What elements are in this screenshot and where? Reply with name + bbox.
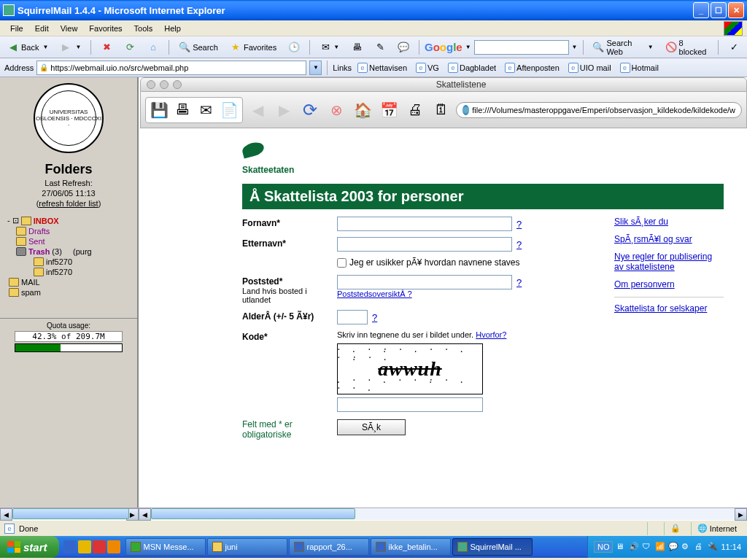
ql-firefox-icon[interactable]	[107, 540, 120, 553]
etternavn-help[interactable]: ?	[516, 239, 522, 250]
kode-input[interactable]	[337, 397, 483, 412]
stop-button[interactable]: ✖	[96, 39, 117, 55]
poststed-help[interactable]: ?	[516, 277, 522, 288]
menu-edit[interactable]: Edit	[29, 23, 55, 34]
mac-stop-button[interactable]: ⊗	[325, 99, 348, 121]
mac-save-button[interactable]: 💾	[147, 99, 171, 121]
google-searchweb-button[interactable]: 🔍Search Web▼	[588, 39, 657, 55]
sidelink-0[interactable]: Slik sÃ¸ker du	[614, 217, 724, 227]
tray-icon[interactable]: 🖨	[694, 542, 705, 552]
mac-forward-button[interactable]: ▶	[272, 99, 295, 121]
tray-icon[interactable]: 🛡	[642, 542, 652, 552]
scroll-right-icon[interactable]: ▶	[735, 508, 747, 521]
tray-icon[interactable]: 🔊	[629, 542, 639, 552]
menu-tools[interactable]: Tools	[128, 23, 159, 34]
sidelink-1[interactable]: SpÃ¸rsmÃ¥l og svar	[614, 234, 724, 244]
mac-calendar-button[interactable]: 📅	[377, 99, 400, 121]
menu-favorites[interactable]: Favorites	[83, 23, 128, 34]
etternavn-input[interactable]	[337, 237, 512, 252]
fornavn-help[interactable]: ?	[516, 219, 522, 230]
link-dagbladet[interactable]: eDagbladet	[445, 63, 499, 73]
alder-help[interactable]: ?	[372, 312, 377, 323]
tray-icon[interactable]: 🖥	[616, 542, 626, 552]
link-vg[interactable]: eVG	[413, 63, 442, 73]
minimize-button[interactable]: _	[693, 2, 709, 18]
poststed-input[interactable]	[337, 275, 512, 289]
scroll-left-icon[interactable]: ◀	[139, 508, 151, 521]
refresh-folder-link[interactable]: refresh folder list	[39, 199, 98, 208]
link-hotmail[interactable]: eHotmail	[617, 63, 662, 73]
ql-outlook-icon[interactable]	[78, 540, 91, 553]
task-msn[interactable]: MSN Messe...	[125, 538, 206, 556]
usikker-checkbox[interactable]	[337, 258, 347, 268]
forward-button[interactable]: ▶▼	[55, 39, 85, 55]
mac-window-controls[interactable]	[147, 80, 182, 89]
folder-mail[interactable]: MAIL	[3, 277, 134, 287]
mac-back-button[interactable]: ◀	[246, 99, 269, 121]
main-scrollbar[interactable]: ◀ ▶	[139, 508, 747, 520]
maximize-button[interactable]: ☐	[711, 2, 727, 18]
sidelink-3[interactable]: Om personvern	[614, 279, 724, 289]
home-button[interactable]: ⌂	[143, 39, 163, 55]
task-juni[interactable]: juni	[207, 538, 287, 556]
link-uiomail[interactable]: eUIO mail	[565, 63, 614, 73]
sidelink-4[interactable]: Skattelista for selskaper	[614, 303, 724, 314]
search-button[interactable]: 🔍Search	[174, 39, 222, 55]
mac-home-button[interactable]: 🏠	[351, 99, 374, 121]
edit-button[interactable]: ✎	[370, 39, 390, 55]
ql-ie-icon[interactable]	[63, 540, 77, 553]
mac-close-icon[interactable]	[147, 80, 155, 89]
start-button[interactable]: start	[0, 536, 59, 558]
submit-button[interactable]: SÃ¸k	[337, 419, 406, 435]
mac-cal2-button[interactable]: 🗓	[430, 99, 453, 121]
tray-icon[interactable]: 📶	[655, 542, 665, 552]
favorites-button[interactable]: ★Favorites	[225, 39, 281, 55]
mac-max-icon[interactable]	[173, 80, 182, 89]
clock[interactable]: 11:14	[721, 542, 741, 551]
fornavn-input[interactable]	[337, 217, 512, 231]
mac-print-button[interactable]: 🖶	[171, 99, 194, 121]
discuss-button[interactable]: 💬	[393, 39, 414, 55]
task-ikke[interactable]: ikke_betalin...	[371, 538, 451, 556]
mac-min-icon[interactable]	[160, 80, 169, 89]
folder-sent[interactable]: Sent	[3, 236, 134, 246]
sidebar-scrollbar[interactable]: ◀ ▶	[0, 508, 139, 520]
link-nettavisen[interactable]: eNettavisen	[355, 63, 410, 73]
windows-flag-icon[interactable]	[724, 21, 743, 36]
mail-button[interactable]: ✉▼	[315, 39, 344, 55]
alder-input[interactable]	[337, 310, 368, 324]
scroll-thumb[interactable]	[151, 508, 355, 519]
print-button[interactable]: 🖶	[347, 39, 367, 55]
google-search-input[interactable]	[474, 40, 569, 55]
ql-opera-icon[interactable]	[93, 540, 106, 553]
folder-drafts[interactable]: Drafts	[3, 226, 134, 236]
refresh-button[interactable]: ⟳	[120, 39, 140, 55]
language-indicator[interactable]: NO	[594, 541, 614, 553]
folder-spam[interactable]: spam	[3, 287, 134, 298]
folder-inf5270-2[interactable]: inf5270	[3, 267, 134, 277]
hvorfor-link[interactable]: Hvorfor?	[476, 330, 506, 339]
sidelink-2[interactable]: Nye regler for publisering av skattelist…	[614, 252, 724, 272]
address-input[interactable]	[50, 63, 303, 72]
mac-reload-button[interactable]: ⟳	[298, 99, 322, 121]
google-blocked-button[interactable]: 🚫8 blocked	[661, 39, 713, 55]
menu-view[interactable]: View	[55, 23, 84, 34]
scroll-thumb[interactable]	[12, 508, 129, 519]
history-button[interactable]: 🕒	[284, 39, 304, 55]
google-options-button[interactable]: ✓	[724, 39, 744, 55]
menu-help[interactable]: Help	[158, 23, 187, 34]
tray-icon[interactable]: 💬	[668, 542, 678, 552]
task-squirrel[interactable]: SquirrelMail ...	[452, 538, 533, 556]
mac-mail-button[interactable]: ✉	[194, 99, 217, 121]
mac-doc-button[interactable]: 📄	[217, 99, 241, 121]
mac-address-bar[interactable]: file:///Volumes/masteroppgave/Emperi/obs…	[456, 102, 742, 118]
address-dropdown[interactable]: ▼	[309, 61, 322, 75]
tray-icon[interactable]: 🔌	[708, 542, 718, 552]
mac-printer-button[interactable]: 🖨	[403, 99, 427, 121]
folder-trash[interactable]: Trash (3) (purg	[3, 246, 134, 257]
task-rapport[interactable]: rapport_26...	[289, 538, 369, 556]
folder-inf5270-1[interactable]: inf5270	[3, 257, 134, 267]
poststed-link[interactable]: PoststedsoversiktÂ ?	[337, 289, 412, 298]
tray-icon[interactable]: ⚙	[681, 542, 692, 552]
folder-inbox[interactable]: - ⊡ INBOX	[3, 215, 134, 226]
